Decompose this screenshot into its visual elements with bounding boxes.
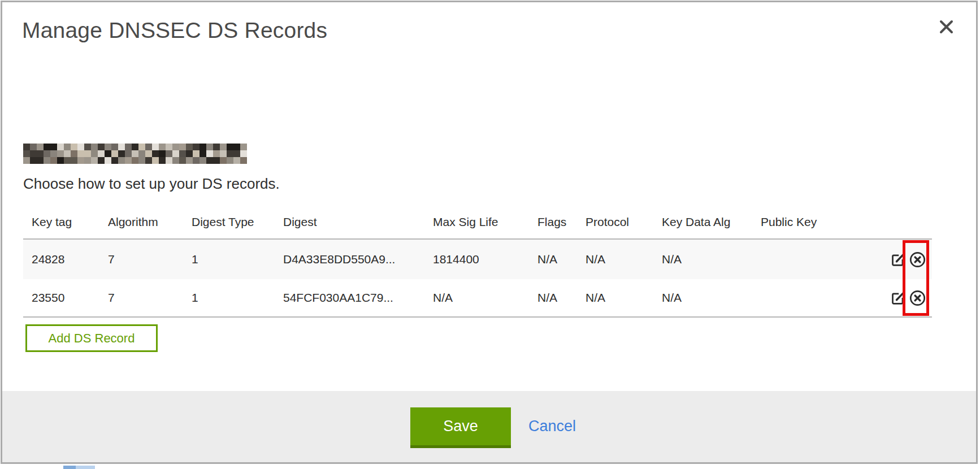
cell-max-sig-life: 1814400 [433,253,537,266]
col-header-flags: Flags [537,215,586,229]
col-header-public-key: Public Key [761,215,845,229]
dialog-footer: Save Cancel [2,391,976,462]
col-header-digest-type: Digest Type [192,215,283,229]
cell-flags: N/A [537,253,586,266]
delete-circle-x-icon[interactable] [909,289,926,307]
add-ds-record-button[interactable]: Add DS Record [25,324,158,352]
cell-key-data-alg: N/A [662,291,761,305]
col-header-digest: Digest [283,215,433,229]
cell-algorithm: 7 [108,291,192,305]
manage-dnssec-dialog: Manage DNSSEC DS Records Choose how to s… [1,1,978,464]
col-header-max-sig-life: Max Sig Life [433,215,537,229]
cell-algorithm: 7 [108,253,192,266]
edit-icon[interactable] [890,290,905,306]
cell-max-sig-life: N/A [433,291,537,305]
cell-digest: 54FCF030AA1C79... [283,291,433,305]
cell-key-tag: 24828 [32,253,108,266]
col-header-key-data-alg: Key Data Alg [662,215,761,229]
delete-circle-x-icon[interactable] [909,251,926,268]
edit-icon[interactable] [890,252,905,267]
cell-digest: D4A33E8DD550A9... [283,253,433,266]
background-page-fragment [63,466,95,469]
cell-flags: N/A [537,291,586,305]
close-icon[interactable] [938,18,955,35]
cell-digest-type: 1 [192,291,283,305]
ds-records-table: Key tag Algorithm Digest Type Digest Max… [23,206,932,318]
table-row: 24828 7 1 D4A33E8DD550A9... 1814400 N/A … [23,238,932,279]
setup-instruction-text: Choose how to set up your DS records. [23,175,280,193]
redacted-domain-mosaic [23,144,247,164]
cell-key-tag: 23550 [32,291,108,305]
col-header-algorithm: Algorithm [108,215,192,229]
col-header-protocol: Protocol [586,215,662,229]
cancel-link[interactable]: Cancel [528,418,576,435]
col-header-key-tag: Key tag [32,215,108,229]
save-button[interactable]: Save [410,407,511,448]
cell-key-data-alg: N/A [662,253,761,266]
cell-digest-type: 1 [192,253,283,266]
table-row: 23550 7 1 54FCF030AA1C79... N/A N/A N/A … [23,279,932,318]
cell-protocol: N/A [586,291,662,305]
page-title: Manage DNSSEC DS Records [22,18,327,43]
table-header-row: Key tag Algorithm Digest Type Digest Max… [23,206,932,238]
cell-protocol: N/A [586,253,662,266]
